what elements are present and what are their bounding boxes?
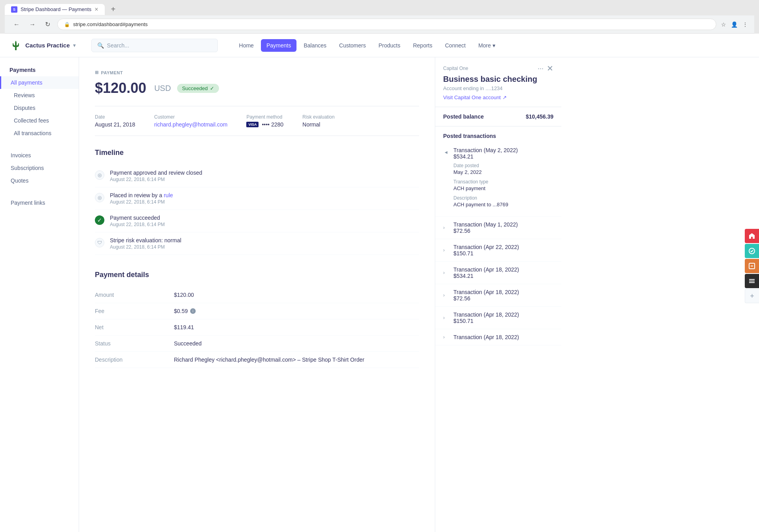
- side-app-dark[interactable]: [745, 274, 759, 288]
- details-value-description: Richard Phegley <richard.phegley@hotmail…: [174, 357, 364, 363]
- transaction-header-0[interactable]: ▼ Transaction (May 2, 2022) $534.21: [443, 147, 553, 160]
- tab-close-button[interactable]: ×: [94, 6, 98, 13]
- transaction-amount-0: $534.21: [453, 153, 553, 160]
- transaction-name-1: Transaction (May 1, 2022): [453, 221, 553, 228]
- payment-currency: USD: [154, 84, 171, 93]
- more-chevron-icon: ▾: [493, 42, 495, 49]
- meta-risk-value: Normal: [302, 121, 334, 128]
- panel-close-button[interactable]: ✕: [547, 64, 553, 73]
- side-app-add[interactable]: +: [745, 289, 759, 303]
- transaction-item-6: › Transaction (Apr 18, 2022): [435, 329, 561, 345]
- transaction-amount-2: $150.71: [453, 250, 553, 257]
- nav-link-connect[interactable]: Connect: [440, 39, 471, 52]
- star-icon[interactable]: ☆: [721, 21, 726, 28]
- nav-link-home[interactable]: Home: [234, 39, 259, 52]
- timeline-content-0: Payment approved and review closed Augus…: [110, 170, 419, 182]
- sidebar-section-links: Payment links: [0, 196, 79, 209]
- fee-info-icon[interactable]: i: [190, 308, 196, 314]
- panel-balance-label: Posted balance: [443, 113, 484, 120]
- transaction-chevron-3: ›: [443, 270, 449, 275]
- nav-links: Home Payments Balances Customers Product…: [234, 39, 501, 52]
- timeline-time-2: August 22, 2018, 6:14 PM: [110, 222, 419, 227]
- sidebar-item-reviews[interactable]: Reviews: [0, 89, 79, 102]
- timeline-icon-shield: 🛡: [95, 238, 104, 247]
- back-button[interactable]: ←: [11, 20, 22, 29]
- nav-link-more[interactable]: More ▾: [473, 39, 501, 52]
- transaction-item-2: › Transaction (Apr 22, 2022) $150.71: [435, 239, 561, 262]
- transaction-header-1[interactable]: › Transaction (May 1, 2022) $72.56: [443, 221, 553, 234]
- status-check-icon: ✓: [210, 85, 214, 91]
- menu-icon[interactable]: ⋮: [742, 21, 748, 28]
- transaction-header-5[interactable]: › Transaction (Apr 18, 2022) $150.71: [443, 311, 553, 324]
- nav-link-payments[interactable]: Payments: [261, 39, 296, 52]
- timeline-rule-link[interactable]: rule: [164, 192, 173, 198]
- browser-controls: ← → ↻ 🔒 stripe.com/dashboard#payments ☆ …: [5, 15, 754, 34]
- timeline: Timeline ◎ Payment approved and review c…: [95, 149, 419, 255]
- card-number: •••• 2280: [262, 121, 283, 128]
- details-title: Payment details: [95, 271, 419, 279]
- transaction-header-2[interactable]: › Transaction (Apr 22, 2022) $150.71: [443, 244, 553, 257]
- side-app-orange[interactable]: [745, 259, 759, 273]
- transaction-header-6[interactable]: › Transaction (Apr 18, 2022): [443, 334, 553, 340]
- payment-status-text: Succeeded: [182, 85, 208, 91]
- panel-options-button[interactable]: ···: [538, 64, 544, 73]
- side-apps: +: [745, 229, 759, 303]
- transaction-chevron-4: ›: [443, 292, 449, 298]
- timeline-content-2: Payment succeeded August 22, 2018, 6:14 …: [110, 215, 419, 227]
- payment-type-label: ⊞ PAYMENT: [95, 70, 419, 75]
- sidebar-item-invoices[interactable]: Invoices: [0, 149, 79, 162]
- details-row-description: Description Richard Phegley <richard.phe…: [95, 352, 419, 368]
- search-bar[interactable]: 🔍 Search...: [91, 39, 218, 52]
- sidebar-item-all-payments[interactable]: All payments: [0, 76, 79, 89]
- payment-grid-icon: ⊞: [95, 70, 99, 75]
- main-content: ⊞ PAYMENT $120.00 USD Succeeded ✓ Date A…: [79, 57, 435, 532]
- sidebar-item-payment-links[interactable]: Payment links: [0, 196, 79, 209]
- profile-icon[interactable]: 👤: [731, 21, 738, 28]
- transaction-name-5: Transaction (Apr 18, 2022): [453, 311, 553, 318]
- forward-button[interactable]: →: [27, 20, 38, 29]
- payment-amount-row: $120.00 USD Succeeded ✓: [95, 80, 419, 96]
- details-label-status: Status: [95, 340, 174, 347]
- sidebar-section-payments: Payments All payments Reviews Disputes C…: [0, 67, 79, 140]
- transaction-amount-3: $534.21: [453, 273, 553, 279]
- refresh-button[interactable]: ↻: [43, 20, 53, 29]
- sidebar: Payments All payments Reviews Disputes C…: [0, 57, 79, 532]
- new-tab-button[interactable]: +: [108, 3, 119, 15]
- details-value-status: Succeeded: [174, 340, 202, 347]
- transaction-header-4[interactable]: › Transaction (Apr 18, 2022) $72.56: [443, 289, 553, 302]
- detail-date-posted: Date posted May 2, 2022: [453, 163, 553, 175]
- meta-risk: Risk evaluation Normal: [302, 114, 334, 128]
- url-text: stripe.com/dashboard#payments: [73, 21, 148, 27]
- detail-description: Description ACH payment to ...8769: [453, 195, 553, 208]
- active-tab[interactable]: S Stripe Dashboard — Payments ×: [5, 4, 105, 15]
- status-badge: Succeeded ✓: [177, 84, 219, 93]
- transaction-detail-0: Date posted May 2, 2022 Transaction type…: [443, 163, 553, 208]
- panel-header-actions: ··· ✕: [538, 64, 553, 73]
- sidebar-item-collected-fees[interactable]: Collected fees: [0, 114, 79, 127]
- timeline-text-3: Stripe risk evaluation: normal: [110, 237, 419, 243]
- nav-link-balances[interactable]: Balances: [298, 39, 332, 52]
- address-bar[interactable]: 🔒 stripe.com/dashboard#payments: [57, 19, 716, 30]
- nav-link-products[interactable]: Products: [373, 39, 406, 52]
- nav-link-reports[interactable]: Reports: [408, 39, 438, 52]
- timeline-content-3: Stripe risk evaluation: normal August 22…: [110, 237, 419, 250]
- side-app-green[interactable]: [745, 244, 759, 258]
- transaction-header-3[interactable]: › Transaction (Apr 18, 2022) $534.21: [443, 266, 553, 279]
- sidebar-item-subscriptions[interactable]: Subscriptions: [0, 162, 79, 174]
- side-app-red[interactable]: [745, 229, 759, 243]
- tab-favicon: S: [11, 6, 17, 13]
- panel-visit-link[interactable]: Visit Capital One account ↗: [443, 94, 553, 100]
- sidebar-item-disputes[interactable]: Disputes: [0, 102, 79, 114]
- timeline-item-1: ◎ Placed in review by a rule August 22, …: [95, 187, 419, 210]
- svg-rect-5: [749, 281, 755, 281]
- meta-date: Date August 21, 2018: [95, 114, 135, 128]
- details-row-net: Net $119.41: [95, 319, 419, 336]
- timeline-icon-success: ✓: [95, 215, 104, 225]
- nav-link-customers[interactable]: Customers: [334, 39, 372, 52]
- sidebar-item-quotes[interactable]: Quotes: [0, 174, 79, 187]
- panel-balance-row: Posted balance $10,456.39: [435, 107, 561, 126]
- brand-dropdown-icon[interactable]: ▾: [73, 43, 76, 48]
- brand[interactable]: Cactus Practice ▾: [9, 39, 76, 52]
- transaction-amount-4: $72.56: [453, 295, 553, 302]
- sidebar-item-all-transactions[interactable]: All transactions: [0, 127, 79, 140]
